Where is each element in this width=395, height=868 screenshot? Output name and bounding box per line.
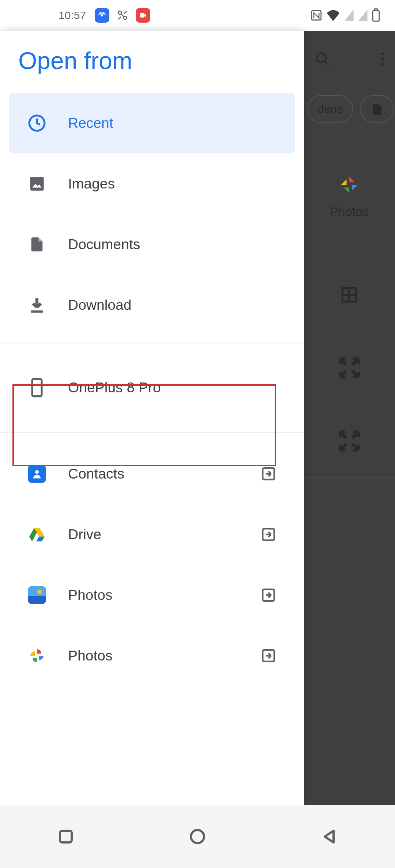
open-from-drawer: Open from Recent Images Documents Downlo… (0, 31, 304, 805)
status-time: 10:57 (59, 9, 86, 22)
more-options-icon (381, 53, 384, 66)
svg-rect-5 (373, 11, 379, 21)
launch-icon (261, 527, 276, 542)
drawer-label-recent: Recent (68, 115, 276, 131)
bg-photos-source: Photos (304, 160, 395, 233)
drawer-label-drive: Drive (68, 526, 239, 542)
svg-point-2 (124, 16, 127, 20)
drawer-item-photos-google[interactable]: Photos (9, 625, 295, 686)
phone-icon (28, 378, 46, 397)
launch-icon (261, 466, 276, 481)
signal-icon-1 (344, 9, 354, 22)
svg-point-0 (101, 14, 103, 16)
svg-point-1 (118, 11, 122, 15)
fullscreen-icon-2 (337, 429, 361, 453)
drawer-item-contacts[interactable]: Contacts (9, 443, 295, 504)
home-button[interactable] (189, 828, 206, 845)
contacts-app-icon (28, 465, 46, 483)
drawer-label-photos-google: Photos (68, 648, 239, 664)
document-icon (28, 235, 46, 254)
drawer-label-contacts: Contacts (68, 466, 239, 482)
launch-icon (261, 648, 276, 663)
svg-rect-11 (31, 311, 43, 313)
drawer-item-photos-local[interactable]: Photos (9, 565, 295, 625)
chip-videos: deos (307, 95, 353, 123)
svg-rect-10 (30, 177, 44, 191)
fullscreen-icon (337, 356, 361, 380)
recent-apps-button[interactable] (57, 828, 75, 845)
chip-documents (360, 95, 394, 123)
back-button[interactable] (320, 828, 338, 845)
drawer-label-download: Download (68, 297, 276, 313)
drawer-label-photos-local: Photos (68, 587, 239, 603)
drawer-label-documents: Documents (68, 236, 276, 252)
image-icon (28, 175, 46, 193)
grid-view-icon (340, 286, 358, 304)
svg-point-13 (35, 470, 39, 474)
drawer-item-documents[interactable]: Documents (9, 214, 295, 275)
drive-app-icon (28, 525, 46, 544)
gallery-app-icon (28, 586, 46, 604)
launch-icon (261, 587, 276, 603)
nfc-icon (310, 9, 323, 22)
navigation-bar (0, 805, 395, 868)
bg-photos-label: Photos (330, 205, 369, 219)
screenshot-icon (115, 8, 130, 23)
download-icon (28, 296, 46, 314)
status-bar: 10:57 (0, 0, 395, 31)
search-icon (315, 51, 331, 67)
svg-rect-6 (375, 9, 378, 10)
drawer-item-download[interactable]: Download (9, 275, 295, 335)
signal-icon-2 (358, 9, 368, 22)
battery-icon (372, 8, 380, 22)
drawer-item-device[interactable]: OnePlus 8 Pro (0, 343, 304, 432)
cast-icon (95, 8, 109, 23)
svg-point-19 (191, 830, 204, 843)
drawer-label-device: OnePlus 8 Pro (68, 380, 276, 396)
screen-record-icon (136, 8, 150, 23)
wifi-icon (326, 9, 340, 22)
background-dimmed-content: deos Photos (304, 31, 395, 805)
clock-icon (28, 114, 46, 132)
svg-rect-18 (60, 831, 72, 842)
drawer-label-images: Images (68, 176, 276, 192)
drawer-item-images[interactable]: Images (9, 153, 295, 214)
drawer-item-drive[interactable]: Drive (9, 504, 295, 565)
drawer-title: Open from (0, 31, 304, 93)
svg-point-7 (317, 53, 326, 63)
svg-rect-3 (140, 13, 144, 18)
drawer-item-recent[interactable]: Recent (9, 93, 295, 153)
svg-rect-12 (32, 379, 42, 396)
google-photos-app-icon (28, 647, 46, 665)
